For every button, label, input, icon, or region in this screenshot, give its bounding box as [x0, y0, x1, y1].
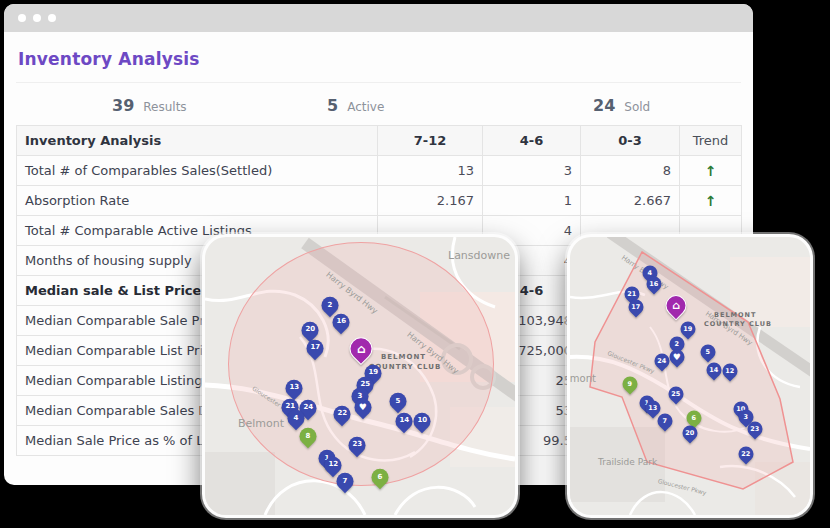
column-header-7-12: 7-12	[378, 126, 483, 156]
stat-sold: 24Sold	[593, 96, 650, 115]
window-titlebar	[4, 4, 753, 32]
column-header-trend: Trend	[680, 126, 742, 156]
map-place-label: COUNTRY CLUB	[704, 320, 772, 328]
page-title: Inventory Analysis	[16, 32, 741, 83]
table-header-label: Inventory Analysis	[17, 126, 378, 156]
map-place-label: BELMONT	[714, 311, 756, 319]
stat-label: Results	[143, 100, 186, 114]
map-place-label: Belmont	[567, 373, 596, 384]
table-row: Total # of Comparables Sales(Settled)133…	[17, 156, 742, 186]
stat-value: 24	[593, 96, 615, 115]
row-label: Absorption Rate	[17, 186, 378, 216]
table-header-row: Inventory Analysis 7-12 4-6 0-3 Trend	[17, 126, 742, 156]
stat-value: 39	[112, 96, 134, 115]
cell-value: 8	[581, 156, 680, 186]
trend-up-icon: ↑	[680, 156, 742, 186]
map-place-label: BELMONT	[381, 353, 426, 361]
map-place-label: Lansdowne	[448, 249, 510, 262]
summary-stats: 39Results5Active24Sold	[16, 83, 741, 125]
stat-label: Active	[347, 100, 384, 114]
cell-value: 2.167	[378, 186, 483, 216]
search-polygon-overlay	[570, 237, 810, 515]
window-control-dot[interactable]	[33, 14, 41, 22]
cell-value: 2.667	[581, 186, 680, 216]
stat-value: 5	[327, 96, 338, 115]
cell-value: 1	[483, 186, 581, 216]
map-place-label: Belmont	[238, 417, 284, 430]
comps-map-polygon[interactable]: BelmontTrailside ParkHarry Byrd HwyHarry…	[567, 234, 813, 518]
table-row: Absorption Rate2.16712.667↑	[17, 186, 742, 216]
stat-active: 5Active	[327, 96, 384, 115]
stat-label: Sold	[624, 100, 650, 114]
window-control-dot[interactable]	[48, 14, 56, 22]
row-label: Total # of Comparables Sales(Settled)	[17, 156, 378, 186]
map-place-label: Trailside Park	[598, 457, 657, 467]
column-header-0-3: 0-3	[581, 126, 680, 156]
trend-up-icon: ↑	[680, 186, 742, 216]
comps-map-radius[interactable]: LansdowneBelmontHarry Byrd HwyHarry Byrd…	[202, 234, 518, 518]
stat-results: 39Results	[112, 96, 187, 115]
window-control-dot[interactable]	[18, 14, 26, 22]
cell-value: 13	[378, 156, 483, 186]
column-header-4-6: 4-6	[483, 126, 581, 156]
cell-value: 3	[483, 156, 581, 186]
